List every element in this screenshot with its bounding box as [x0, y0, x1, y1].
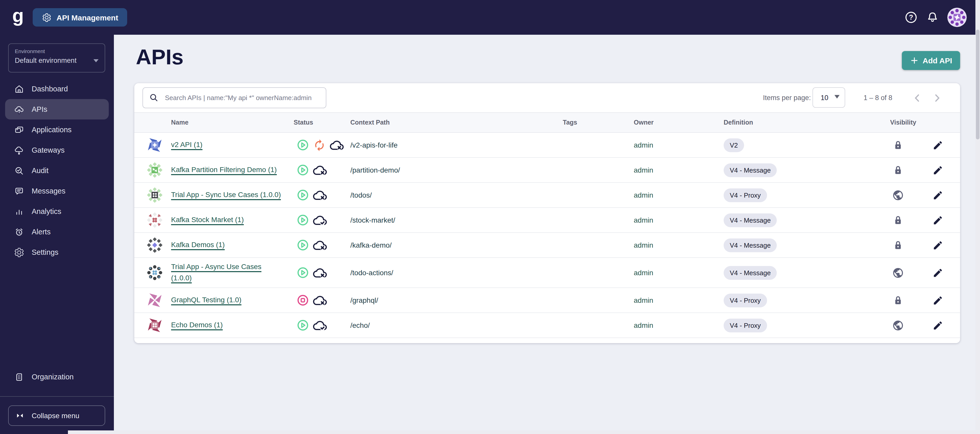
- status-started-icon: [297, 319, 309, 331]
- api-owner: admin: [634, 216, 724, 224]
- collapse-menu-button[interactable]: Collapse menu: [8, 405, 105, 426]
- api-avatar: [146, 316, 164, 334]
- notifications-bell-icon[interactable]: [926, 11, 939, 24]
- pencil-icon: [932, 295, 943, 305]
- api-owner: admin: [634, 166, 724, 174]
- api-definition-badge: V4 - Message: [724, 163, 777, 177]
- api-owner: admin: [634, 296, 724, 304]
- next-page-button[interactable]: [931, 92, 943, 104]
- api-name-link[interactable]: GraphQL Testing (1.0): [171, 295, 242, 305]
- vertical-scrollbar-thumb[interactable]: [976, 30, 980, 139]
- column-header-name: Name: [171, 119, 294, 126]
- sidebar-item-audit[interactable]: Audit: [5, 160, 109, 181]
- search-field: [143, 87, 326, 108]
- status-stopped-icon: [297, 294, 309, 306]
- table-row: GraphQL Testing (1.0) /graphql/ admin V4…: [134, 288, 960, 313]
- search-input[interactable]: [164, 94, 320, 102]
- sidebar-item-gateways[interactable]: Gateways: [5, 140, 109, 160]
- previous-page-button[interactable]: [911, 92, 923, 104]
- table-row: Kafka Stock Market (1) /stock-market/ ad…: [134, 208, 960, 233]
- edit-api-button[interactable]: [929, 264, 946, 281]
- sidebar-nav: Dashboard APIs Applications Gateways Aud…: [0, 79, 114, 262]
- status-started-icon: [297, 267, 309, 279]
- status-not-deployed-icon: [313, 293, 327, 307]
- status-deployed-icon: [313, 318, 327, 332]
- plus-icon: [910, 56, 918, 65]
- pencil-icon: [932, 140, 943, 150]
- sidebar-item-label: Applications: [32, 126, 72, 134]
- visibility-private-lock-icon: [890, 139, 904, 151]
- sidebar-item-alerts[interactable]: Alerts: [5, 222, 109, 242]
- status-deployed-icon: [313, 213, 327, 227]
- help-icon[interactable]: ?: [904, 11, 918, 24]
- column-header-owner: Owner: [634, 119, 724, 126]
- edit-api-button[interactable]: [929, 136, 946, 154]
- environment-select[interactable]: Environment Default environment: [8, 43, 105, 73]
- sidebar-item-label: Alerts: [32, 228, 51, 236]
- collapse-icon: [15, 411, 24, 420]
- table-row: Kafka Partition Filtering Demo (1) /part…: [134, 158, 960, 183]
- api-definition-badge: V4 - Proxy: [724, 318, 767, 332]
- sidebar-item-settings[interactable]: Settings: [5, 242, 109, 262]
- api-context-path: /v2-apis-for-life: [350, 141, 563, 149]
- table-toolbar: Items per page: 10 1 – 8 of 8: [134, 83, 960, 112]
- api-name-link[interactable]: Kafka Partition Filtering Demo (1): [171, 164, 277, 175]
- visibility-private-lock-icon: [890, 294, 904, 306]
- chevron-down-icon: [834, 95, 840, 98]
- chevron-right-icon: [931, 92, 943, 104]
- sidebar-item-label: Settings: [32, 248, 59, 256]
- status-started-icon: [297, 139, 309, 151]
- api-name-link[interactable]: Echo Demos (1): [171, 320, 223, 331]
- table-row: Trial App - Sync Use Cases (1.0.0) /todo…: [134, 183, 960, 208]
- api-context-path: /partition-demo/: [350, 166, 563, 174]
- sidebar: Environment Default environment Dashboar…: [0, 35, 114, 434]
- edit-api-button[interactable]: [929, 211, 946, 229]
- api-avatar: [146, 291, 164, 309]
- messages-icon: [14, 186, 24, 196]
- sidebar-item-apis[interactable]: APIs: [5, 99, 109, 119]
- sidebar-item-dashboard[interactable]: Dashboard: [5, 79, 109, 99]
- api-context-path: /echo/: [350, 321, 563, 329]
- horizontal-scrollbar[interactable]: [68, 431, 980, 434]
- topbar-actions: ?: [904, 0, 967, 35]
- api-name-link[interactable]: Trial App - Sync Use Cases (1.0.0): [171, 189, 281, 200]
- add-api-button[interactable]: Add API: [902, 51, 960, 70]
- api-definition-badge: V4 - Proxy: [724, 293, 767, 307]
- api-management-switcher[interactable]: API Management: [32, 8, 127, 27]
- items-per-page-label: Items per page:: [763, 83, 811, 112]
- sidebar-item-applications[interactable]: Applications: [5, 119, 109, 140]
- api-name-link[interactable]: Trial App - Async Use Cases(1.0.0): [171, 262, 261, 284]
- edit-api-button[interactable]: [929, 186, 946, 204]
- api-owner: admin: [634, 269, 724, 277]
- api-definition-badge: V4 - Message: [724, 213, 777, 227]
- sidebar-item-messages[interactable]: Messages: [5, 181, 109, 201]
- edit-api-button[interactable]: [929, 316, 946, 334]
- pagination-range: 1 – 8 of 8: [864, 83, 892, 112]
- audit-icon: [14, 165, 24, 176]
- edit-api-button[interactable]: [929, 161, 946, 179]
- api-name-link[interactable]: Kafka Demos (1): [171, 240, 225, 250]
- chevron-left-icon: [911, 92, 923, 104]
- pencil-icon: [932, 240, 943, 250]
- sidebar-item-analytics[interactable]: Analytics: [5, 201, 109, 222]
- api-visibility-cell: [890, 294, 924, 306]
- api-context-path: /todos/: [350, 191, 563, 199]
- api-avatar: [146, 136, 164, 154]
- vertical-scrollbar[interactable]: [975, 0, 980, 434]
- edit-api-button[interactable]: [929, 237, 946, 254]
- sidebar-item-label: Organization: [32, 373, 73, 381]
- sidebar-item-organization[interactable]: Organization: [5, 367, 109, 387]
- api-context-path: /graphql/: [350, 296, 563, 304]
- edit-api-button[interactable]: [929, 291, 946, 309]
- analytics-icon: [14, 206, 24, 217]
- user-avatar[interactable]: [947, 8, 967, 27]
- api-visibility-cell: [890, 139, 924, 151]
- items-per-page-select[interactable]: 10: [813, 87, 845, 108]
- status-out-of-sync-icon: [313, 138, 326, 151]
- status-not-deployed-icon: [330, 138, 344, 152]
- api-avatar: [146, 211, 164, 229]
- api-definition-badge: V4 - Proxy: [724, 188, 767, 202]
- api-visibility-cell: [890, 189, 924, 201]
- api-name-link[interactable]: Kafka Stock Market (1): [171, 215, 244, 226]
- api-name-link[interactable]: v2 API (1): [171, 139, 202, 150]
